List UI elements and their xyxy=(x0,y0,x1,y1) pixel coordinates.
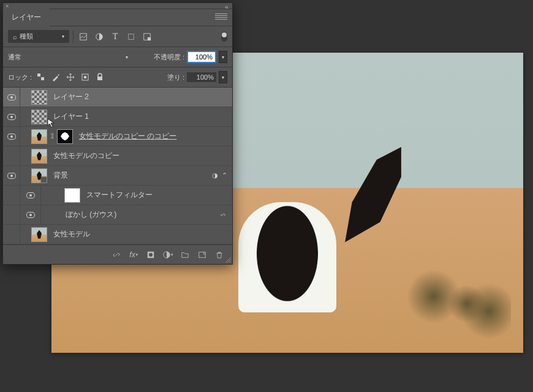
layer-row[interactable]: 背景◑⌃ xyxy=(3,166,232,186)
svg-rect-5 xyxy=(37,74,40,77)
panel-menu-icon[interactable] xyxy=(215,12,227,21)
layer-name[interactable]: レイヤー 2 xyxy=(53,92,89,102)
layers-panel: × « レイヤー ⌕ 種類 ▾ T 通常 ▾ 不透明度 : ▾ ロック : xyxy=(2,2,233,265)
visibility-toggle[interactable] xyxy=(3,225,20,244)
layer-row[interactable]: 女性モデルのコピー のコピー xyxy=(3,127,232,146)
layer-name[interactable]: ぼかし (ガウス) xyxy=(66,209,116,220)
filter-kind-label: 種類 xyxy=(20,32,33,41)
adjustment-layer-icon[interactable]: ▾ xyxy=(162,249,173,260)
layer-name[interactable]: 背景 xyxy=(53,170,68,181)
layer-row[interactable]: レイヤー 2 xyxy=(3,88,232,107)
layer-name[interactable]: 女性モデルのコピー のコピー xyxy=(79,131,176,141)
svg-rect-6 xyxy=(41,77,44,80)
new-layer-icon[interactable] xyxy=(197,249,208,260)
filter-kind-select[interactable]: ⌕ 種類 ▾ xyxy=(8,30,69,43)
filter-blend-icon[interactable]: ◑ xyxy=(212,172,218,179)
image-filter-icon[interactable] xyxy=(77,31,89,43)
delete-layer-icon[interactable] xyxy=(214,249,225,260)
link-icon xyxy=(50,132,55,141)
eye-icon xyxy=(7,173,16,179)
layer-thumbnail[interactable] xyxy=(31,227,47,242)
type-filter-icon[interactable]: T xyxy=(109,31,121,43)
layer-name[interactable]: 女性モデルのコピー xyxy=(53,151,119,161)
lock-all-icon[interactable] xyxy=(94,72,105,83)
lock-transparency-icon[interactable] xyxy=(36,72,47,83)
fill-input[interactable] xyxy=(187,72,216,82)
visibility-toggle[interactable] xyxy=(3,186,20,205)
layer-filter-bar: ⌕ 種類 ▾ T xyxy=(3,26,232,47)
canvas-vegetation xyxy=(401,267,511,341)
eye-icon xyxy=(7,134,16,140)
layer-row[interactable]: レイヤー 1 xyxy=(3,107,232,127)
svg-rect-10 xyxy=(84,76,86,78)
opacity-input[interactable] xyxy=(187,51,216,63)
svg-rect-15 xyxy=(199,252,206,257)
fx-icon[interactable]: fx▾ xyxy=(128,249,139,260)
mask-icon[interactable] xyxy=(145,249,156,260)
group-icon[interactable] xyxy=(180,249,191,260)
layer-row[interactable]: ぼかし (ガウス) xyxy=(3,205,232,225)
svg-rect-11 xyxy=(97,77,102,80)
svg-point-13 xyxy=(149,252,153,256)
opacity-label: 不透明度 : xyxy=(154,53,184,62)
layer-name[interactable]: レイヤー 1 xyxy=(53,111,89,122)
smartobject-filter-icon[interactable] xyxy=(141,31,153,43)
chevron-down-icon: ▾ xyxy=(62,34,64,39)
child-visibility-toggle[interactable] xyxy=(20,186,41,205)
divider xyxy=(73,31,74,43)
eye-icon xyxy=(26,212,35,218)
layers-list: レイヤー 2レイヤー 1女性モデルのコピー のコピー女性モデルのコピー背景◑⌃ス… xyxy=(3,88,232,244)
eye-icon xyxy=(7,94,16,100)
lock-artboard-icon[interactable] xyxy=(80,72,91,83)
opacity-dropdown[interactable]: ▾ xyxy=(219,51,227,63)
layer-thumbnail[interactable] xyxy=(31,149,47,164)
resize-handle-icon[interactable] xyxy=(225,257,231,263)
layer-thumbnail[interactable] xyxy=(31,90,47,105)
collapse-filters-icon[interactable]: ⌃ xyxy=(222,172,227,179)
lock-options-row: ロック : 塗り : ▾ xyxy=(3,67,232,88)
visibility-toggle[interactable] xyxy=(3,88,20,107)
panel-footer: fx▾ ▾ xyxy=(3,244,232,264)
svg-rect-8 xyxy=(37,77,40,80)
filter-edit-icon[interactable] xyxy=(219,212,227,218)
svg-rect-0 xyxy=(80,33,87,40)
adjustment-filter-icon[interactable] xyxy=(93,31,105,43)
tab-layers[interactable]: レイヤー xyxy=(3,9,50,26)
layer-thumbnail[interactable] xyxy=(64,188,80,203)
layer-row[interactable]: 女性モデル xyxy=(3,225,232,244)
visibility-toggle[interactable] xyxy=(3,166,20,185)
layer-name[interactable]: スマートフィルター xyxy=(86,190,153,200)
layer-mask-thumbnail[interactable] xyxy=(57,129,73,144)
filter-toggle[interactable] xyxy=(221,32,227,42)
eye-icon xyxy=(26,192,35,198)
layer-row[interactable]: スマートフィルター xyxy=(3,186,232,205)
fill-label: 塗り : xyxy=(167,73,184,82)
visibility-toggle[interactable] xyxy=(3,205,20,224)
lock-label: ロック : xyxy=(8,73,32,82)
fill-dropdown[interactable]: ▾ xyxy=(219,71,227,83)
shape-filter-icon[interactable] xyxy=(125,31,137,43)
lock-position-icon[interactable] xyxy=(65,72,76,83)
blend-mode-select[interactable]: 通常 ▾ xyxy=(8,53,128,62)
eye-icon xyxy=(7,114,16,120)
layer-thumbnail[interactable] xyxy=(31,110,47,124)
layer-name[interactable]: 女性モデル xyxy=(53,229,90,239)
svg-rect-7 xyxy=(41,74,44,77)
layer-row[interactable]: 女性モデルのコピー xyxy=(3,146,232,166)
visibility-toggle[interactable] xyxy=(3,127,20,146)
chevron-down-icon: ▾ xyxy=(126,55,128,60)
blend-options-row: 通常 ▾ 不透明度 : ▾ xyxy=(3,47,232,67)
layer-thumbnail[interactable] xyxy=(31,168,47,183)
visibility-toggle[interactable] xyxy=(3,146,20,165)
link-layers-icon[interactable] xyxy=(111,249,122,260)
blend-mode-value: 通常 xyxy=(8,53,21,62)
visibility-toggle[interactable] xyxy=(3,107,20,126)
layer-thumbnail[interactable] xyxy=(31,129,47,144)
panel-tabs: レイヤー xyxy=(3,9,232,26)
smart-filter-controls: ◑⌃ xyxy=(212,172,227,179)
lock-pixels-icon[interactable] xyxy=(50,72,61,83)
svg-rect-4 xyxy=(148,37,151,40)
search-icon: ⌕ xyxy=(13,33,17,40)
svg-rect-2 xyxy=(129,34,134,39)
child-visibility-toggle[interactable] xyxy=(20,205,41,224)
